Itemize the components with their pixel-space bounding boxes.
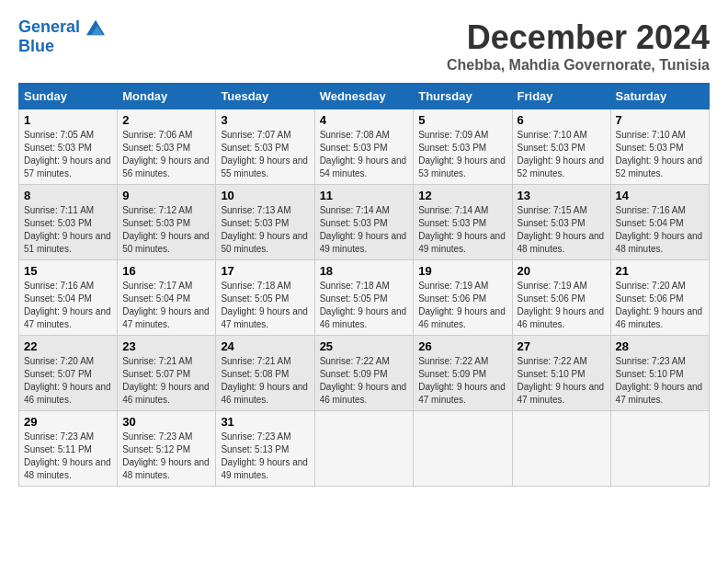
calendar-cell: 13Sunrise: 7:15 AMSunset: 5:03 PMDayligh… (512, 185, 610, 260)
calendar-cell: 9Sunrise: 7:12 AMSunset: 5:03 PMDaylight… (118, 185, 216, 260)
calendar-cell: 14Sunrise: 7:16 AMSunset: 5:04 PMDayligh… (610, 185, 709, 260)
day-number: 24 (221, 339, 309, 353)
calendar-week-row: 29Sunrise: 7:23 AMSunset: 5:11 PMDayligh… (19, 411, 710, 487)
day-info: Sunrise: 7:10 AMSunset: 5:03 PMDaylight:… (616, 129, 704, 180)
weekday-header: Wednesday (314, 84, 414, 109)
day-info: Sunrise: 7:13 AMSunset: 5:03 PMDaylight:… (221, 204, 309, 256)
calendar-cell: 17Sunrise: 7:18 AMSunset: 5:05 PMDayligh… (216, 260, 314, 336)
day-info: Sunrise: 7:10 AMSunset: 5:03 PMDaylight:… (518, 129, 606, 180)
calendar-cell (414, 411, 512, 487)
calendar-cell: 26Sunrise: 7:22 AMSunset: 5:09 PMDayligh… (414, 336, 512, 411)
day-number: 4 (320, 113, 409, 127)
day-number: 25 (320, 339, 409, 353)
calendar-cell: 19Sunrise: 7:19 AMSunset: 5:06 PMDayligh… (414, 260, 512, 336)
calendar-week-row: 8Sunrise: 7:11 AMSunset: 5:03 PMDaylight… (19, 185, 710, 260)
day-info: Sunrise: 7:15 AMSunset: 5:03 PMDaylight:… (518, 204, 606, 256)
day-number: 31 (221, 415, 309, 429)
weekday-header: Tuesday (216, 84, 314, 109)
calendar-cell: 7Sunrise: 7:10 AMSunset: 5:03 PMDaylight… (610, 109, 709, 185)
day-info: Sunrise: 7:23 AMSunset: 5:13 PMDaylight:… (221, 431, 309, 482)
day-info: Sunrise: 7:22 AMSunset: 5:09 PMDaylight:… (418, 355, 506, 407)
calendar-week-row: 1Sunrise: 7:05 AMSunset: 5:03 PMDaylight… (19, 109, 710, 185)
day-info: Sunrise: 7:18 AMSunset: 5:05 PMDaylight:… (221, 280, 309, 331)
day-info: Sunrise: 7:20 AMSunset: 5:06 PMDaylight:… (616, 280, 704, 331)
day-info: Sunrise: 7:08 AMSunset: 5:03 PMDaylight:… (320, 129, 409, 180)
day-number: 10 (221, 189, 309, 202)
day-number: 12 (418, 189, 506, 202)
calendar-cell: 8Sunrise: 7:11 AMSunset: 5:03 PMDaylight… (19, 185, 118, 260)
calendar-cell: 6Sunrise: 7:10 AMSunset: 5:03 PMDaylight… (512, 109, 610, 185)
weekday-header: Saturday (610, 84, 709, 109)
calendar-week-row: 15Sunrise: 7:16 AMSunset: 5:04 PMDayligh… (19, 260, 710, 336)
calendar-cell: 24Sunrise: 7:21 AMSunset: 5:08 PMDayligh… (216, 336, 314, 411)
day-info: Sunrise: 7:14 AMSunset: 5:03 PMDaylight:… (418, 204, 506, 256)
weekday-header-row: SundayMondayTuesdayWednesdayThursdayFrid… (19, 84, 710, 109)
day-info: Sunrise: 7:20 AMSunset: 5:07 PMDaylight:… (24, 355, 112, 407)
calendar-cell: 10Sunrise: 7:13 AMSunset: 5:03 PMDayligh… (216, 185, 314, 260)
title-block: December 2024 Chebba, Mahdia Governorate… (447, 18, 710, 74)
day-info: Sunrise: 7:19 AMSunset: 5:06 PMDaylight:… (518, 280, 606, 331)
day-info: Sunrise: 7:21 AMSunset: 5:07 PMDaylight:… (122, 355, 210, 407)
day-info: Sunrise: 7:18 AMSunset: 5:05 PMDaylight:… (320, 280, 409, 331)
day-number: 17 (221, 264, 309, 278)
calendar-cell: 25Sunrise: 7:22 AMSunset: 5:09 PMDayligh… (314, 336, 414, 411)
day-number: 11 (320, 189, 409, 202)
day-info: Sunrise: 7:22 AMSunset: 5:09 PMDaylight:… (320, 355, 409, 407)
day-number: 1 (24, 113, 112, 127)
day-info: Sunrise: 7:19 AMSunset: 5:06 PMDaylight:… (418, 280, 506, 331)
calendar-cell: 16Sunrise: 7:17 AMSunset: 5:04 PMDayligh… (118, 260, 216, 336)
calendar-cell: 22Sunrise: 7:20 AMSunset: 5:07 PMDayligh… (19, 336, 118, 411)
day-number: 27 (518, 339, 606, 353)
calendar-cell: 27Sunrise: 7:22 AMSunset: 5:10 PMDayligh… (512, 336, 610, 411)
calendar-cell: 30Sunrise: 7:23 AMSunset: 5:12 PMDayligh… (118, 411, 216, 487)
day-number: 19 (418, 264, 506, 278)
day-number: 5 (418, 113, 506, 127)
day-number: 7 (616, 113, 704, 127)
calendar-table: SundayMondayTuesdayWednesdayThursdayFrid… (18, 83, 710, 487)
calendar-cell: 15Sunrise: 7:16 AMSunset: 5:04 PMDayligh… (19, 260, 118, 336)
month-title: December 2024 (447, 18, 710, 57)
day-info: Sunrise: 7:12 AMSunset: 5:03 PMDaylight:… (122, 204, 210, 256)
day-number: 23 (122, 339, 210, 353)
calendar-cell: 20Sunrise: 7:19 AMSunset: 5:06 PMDayligh… (512, 260, 610, 336)
day-number: 3 (221, 113, 309, 127)
day-info: Sunrise: 7:17 AMSunset: 5:04 PMDaylight:… (122, 280, 210, 331)
calendar-cell: 29Sunrise: 7:23 AMSunset: 5:11 PMDayligh… (19, 411, 118, 487)
weekday-header: Sunday (19, 84, 118, 109)
day-info: Sunrise: 7:23 AMSunset: 5:12 PMDaylight:… (122, 431, 210, 482)
day-info: Sunrise: 7:21 AMSunset: 5:08 PMDaylight:… (221, 355, 309, 407)
calendar-cell: 18Sunrise: 7:18 AMSunset: 5:05 PMDayligh… (314, 260, 414, 336)
calendar-cell: 11Sunrise: 7:14 AMSunset: 5:03 PMDayligh… (314, 185, 414, 260)
day-info: Sunrise: 7:16 AMSunset: 5:04 PMDaylight:… (24, 280, 112, 331)
logo: General Blue (18, 18, 105, 56)
logo-blue: Blue (18, 37, 105, 56)
calendar-cell: 23Sunrise: 7:21 AMSunset: 5:07 PMDayligh… (118, 336, 216, 411)
day-number: 6 (518, 113, 606, 127)
day-info: Sunrise: 7:06 AMSunset: 5:03 PMDaylight:… (122, 129, 210, 180)
day-info: Sunrise: 7:05 AMSunset: 5:03 PMDaylight:… (24, 129, 112, 180)
day-number: 2 (122, 113, 210, 127)
location-subtitle: Chebba, Mahdia Governorate, Tunisia (447, 57, 710, 74)
weekday-header: Thursday (414, 84, 512, 109)
logo-text: General (18, 18, 105, 37)
day-number: 16 (122, 264, 210, 278)
calendar-cell: 31Sunrise: 7:23 AMSunset: 5:13 PMDayligh… (216, 411, 314, 487)
day-number: 20 (518, 264, 606, 278)
page-header: General Blue December 2024 Chebba, Mahdi… (18, 18, 710, 74)
day-number: 30 (122, 415, 210, 429)
day-number: 28 (616, 339, 704, 353)
day-info: Sunrise: 7:23 AMSunset: 5:10 PMDaylight:… (616, 355, 704, 407)
day-info: Sunrise: 7:09 AMSunset: 5:03 PMDaylight:… (418, 129, 506, 180)
day-number: 29 (24, 415, 112, 429)
day-number: 13 (518, 189, 606, 202)
day-number: 15 (24, 264, 112, 278)
calendar-cell: 1Sunrise: 7:05 AMSunset: 5:03 PMDaylight… (19, 109, 118, 185)
day-info: Sunrise: 7:16 AMSunset: 5:04 PMDaylight:… (616, 204, 704, 256)
calendar-cell: 5Sunrise: 7:09 AMSunset: 5:03 PMDaylight… (414, 109, 512, 185)
calendar-week-row: 22Sunrise: 7:20 AMSunset: 5:07 PMDayligh… (19, 336, 710, 411)
day-info: Sunrise: 7:07 AMSunset: 5:03 PMDaylight:… (221, 129, 309, 180)
day-info: Sunrise: 7:23 AMSunset: 5:11 PMDaylight:… (24, 431, 112, 482)
calendar-cell: 3Sunrise: 7:07 AMSunset: 5:03 PMDaylight… (216, 109, 314, 185)
day-number: 8 (24, 189, 112, 202)
day-number: 18 (320, 264, 409, 278)
